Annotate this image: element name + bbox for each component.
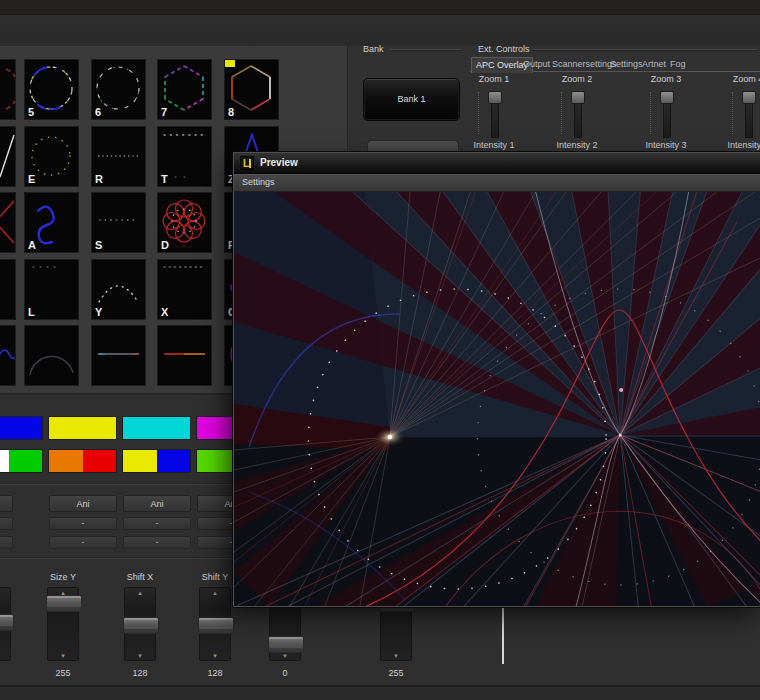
swatch-color	[83, 450, 117, 472]
divider	[0, 557, 233, 558]
slider-down-icon[interactable]: ▾	[200, 651, 230, 660]
pattern-cell[interactable]	[0, 60, 15, 119]
color-swatch-split[interactable]	[123, 450, 190, 472]
pattern-cell-e[interactable]: E	[25, 127, 78, 186]
pattern-cell[interactable]	[0, 193, 15, 252]
size-y-slider[interactable]: Size Y ▴ ▾ 255	[31, 572, 95, 684]
slider-thumb[interactable]	[571, 91, 585, 104]
slider-track[interactable]: ▴ ▾	[47, 587, 79, 661]
slider-ticks	[732, 92, 733, 134]
pattern-cell[interactable]	[0, 260, 15, 319]
slider-ticks	[478, 92, 479, 134]
ani-option-button[interactable]: -	[0, 536, 13, 549]
ani-option-button[interactable]: -	[49, 536, 117, 549]
pattern-key-label: 5	[28, 107, 34, 118]
pattern-cell-s[interactable]: S	[92, 193, 145, 252]
slider-thumb[interactable]	[660, 91, 674, 104]
preview-window-title: Preview	[260, 157, 298, 168]
slider-thumb[interactable]	[742, 91, 756, 104]
zoom-1-slider[interactable]: Zoom 1 Intensity 1	[454, 74, 534, 154]
slider-ticks	[561, 92, 562, 134]
zoom-3-slider[interactable]: Zoom 3 Intensity 3	[626, 74, 706, 154]
ani-button[interactable]: Ani	[49, 495, 117, 512]
slider-label: Size Y	[31, 572, 95, 582]
slider-down-icon[interactable]: ▾	[270, 651, 300, 660]
pattern-cell-8[interactable]: 8	[225, 60, 278, 119]
slider-up-icon[interactable]: ▴	[200, 588, 230, 597]
slider-handle[interactable]	[123, 617, 159, 634]
zoom-4-slider[interactable]: Zoom 4 Intensity 4	[708, 74, 760, 154]
preview-window[interactable]: L Preview Settings	[233, 152, 760, 607]
pattern-cell[interactable]	[92, 326, 145, 385]
preview-titlebar[interactable]: L Preview	[234, 153, 760, 174]
slider-track[interactable]: ▴ ▾	[0, 587, 11, 661]
tab-fog[interactable]: Fog	[666, 57, 690, 71]
ani-option-button[interactable]: -	[49, 517, 117, 530]
slider-value: 128	[183, 668, 247, 678]
pattern-cell-7[interactable]: 7	[158, 60, 211, 119]
slider-label: Shift X	[108, 572, 172, 582]
pattern-cell-x[interactable]: X	[158, 260, 211, 319]
slider-up-icon[interactable]: ▴	[125, 588, 155, 597]
zoom-2-slider[interactable]: Zoom 2 Intensity 2	[537, 74, 617, 154]
slider-thumb[interactable]	[488, 91, 502, 104]
slider-handle[interactable]	[198, 617, 234, 634]
color-swatch[interactable]	[0, 417, 42, 439]
ext-controls-header: Ext. Controls	[478, 44, 530, 54]
pattern-key-label: T	[161, 174, 168, 185]
slider-track[interactable]: ▴ ▾	[124, 587, 156, 661]
shift-x-slider[interactable]: Shift X ▴ ▾ 128	[108, 572, 172, 684]
color-swatch-split[interactable]	[0, 450, 42, 472]
slider-handle[interactable]	[0, 614, 14, 631]
toolbar-band	[0, 15, 760, 46]
pattern-cell[interactable]	[158, 326, 211, 385]
pattern-cell-6[interactable]: 6	[92, 60, 145, 119]
pattern-cell[interactable]	[0, 326, 15, 385]
slider-handle[interactable]	[46, 595, 82, 612]
pattern-cell[interactable]	[0, 127, 15, 186]
pattern-cell-y[interactable]: Y	[92, 260, 145, 319]
color-swatch[interactable]	[49, 417, 116, 439]
pattern-key-label: R	[95, 174, 103, 185]
slider-value: 128	[108, 668, 172, 678]
bank-1-button[interactable]: Bank 1	[363, 78, 460, 121]
intensity-label: Intensity 3	[626, 140, 706, 150]
zoom-label: Zoom 3	[626, 74, 706, 84]
menu-settings[interactable]: Settings	[242, 177, 275, 187]
color-swatch-split[interactable]	[49, 450, 116, 472]
ani-button[interactable]: Ani	[0, 495, 13, 512]
ani-option-button[interactable]: -	[0, 517, 13, 530]
pattern-key-label: 6	[95, 107, 101, 118]
pattern-key-label: 7	[161, 107, 167, 118]
pattern-cell-a[interactable]: A	[25, 193, 78, 252]
pattern-cell[interactable]	[25, 326, 78, 385]
intensity-label: Intensity 2	[537, 140, 617, 150]
ani-option-button[interactable]: -	[123, 517, 191, 530]
slider-ticks	[650, 92, 651, 134]
app-window: 5 6 7	[0, 0, 760, 700]
pattern-cell-l[interactable]: L	[25, 260, 78, 319]
swatch-color	[123, 417, 190, 439]
swatch-color	[49, 450, 83, 472]
ani-button[interactable]: Ani	[123, 495, 191, 512]
fader-indicator-line	[502, 608, 504, 664]
swatch-color	[123, 450, 157, 472]
pattern-cell-r[interactable]: R	[92, 127, 145, 186]
slider-down-icon[interactable]: ▾	[381, 651, 411, 660]
slider-down-icon[interactable]: ▾	[48, 651, 78, 660]
pattern-cell-5[interactable]: 5	[25, 60, 78, 119]
swatch-color	[49, 417, 116, 439]
pattern-key-label: S	[95, 240, 102, 251]
color-swatch[interactable]	[123, 417, 190, 439]
slider-down-icon[interactable]: ▾	[0, 651, 10, 660]
param-slider[interactable]: ▴ ▾	[0, 572, 27, 684]
slider-track[interactable]: ▴ ▾	[199, 587, 231, 661]
slider-up-icon[interactable]: ▴	[0, 588, 10, 597]
pattern-cell-t[interactable]: T	[158, 127, 211, 186]
status-strip	[0, 685, 760, 700]
slider-down-icon[interactable]: ▾	[125, 651, 155, 660]
preview-menubar: Settings	[234, 174, 760, 192]
ani-option-button[interactable]: -	[123, 536, 191, 549]
pattern-key-label: L	[28, 307, 35, 318]
pattern-cell-d[interactable]: D	[158, 193, 211, 252]
